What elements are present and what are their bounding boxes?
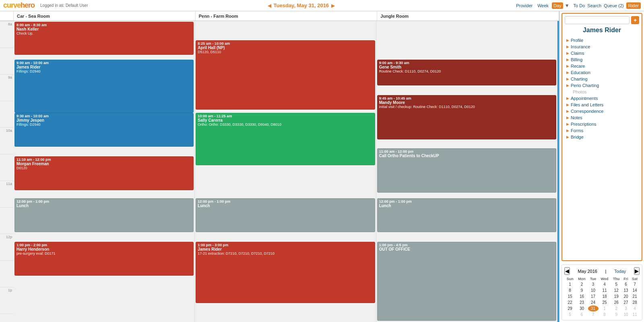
cal-day-cell[interactable]: 17 [588, 293, 599, 299]
appointment-april-hall[interactable]: 8:25 am - 10:00 am April Hall (NP) D5120… [196, 40, 375, 110]
cal-day-cell[interactable]: 7 [630, 281, 640, 287]
cal-day-cell[interactable]: 15 [564, 293, 576, 299]
todo-button[interactable]: To Do [574, 3, 585, 8]
patient-menu-item-bridge[interactable]: ▶Bridge [565, 134, 639, 140]
cal-day-cell[interactable]: 29 [564, 305, 576, 312]
cal-day-cell[interactable]: 28 [630, 299, 640, 305]
appointment-gene-smith[interactable]: 9:00 am - 9:30 am Gene Smith Routine Che… [377, 60, 556, 85]
add-patient-button[interactable]: + [631, 16, 639, 24]
cal-day-cell[interactable]: 22 [564, 299, 576, 305]
appointment-harry-henderson[interactable]: 1:00 pm - 2:00 pm Harry Henderson pre-su… [14, 242, 194, 276]
patient-menu-item-education[interactable]: ▶Education [565, 69, 639, 76]
cal-day-cell[interactable]: 8 [599, 312, 611, 318]
appointment-lunch-col3[interactable]: 12:00 pm - 1:00 pm Lunch [377, 198, 556, 232]
patient-menu-item-notes[interactable]: ▶Notes [565, 114, 639, 121]
cal-day-cell[interactable]: 30 [576, 305, 588, 312]
mini-cal-next-button[interactable]: ▶ [634, 267, 640, 275]
cal-day-cell[interactable]: 14 [630, 287, 640, 293]
day-view-button[interactable]: Day [552, 2, 563, 9]
filter-button[interactable]: ▼ [565, 3, 570, 8]
cal-day-cell[interactable]: 19 [611, 293, 622, 299]
menu-arrow-icon: ▶ [566, 45, 569, 49]
patient-menu-item-billing[interactable]: ▶Billing [565, 56, 639, 63]
appointment-morgan-freeman[interactable]: 11:10 am - 12:00 pm Morgan Freeman D0120 [14, 156, 194, 190]
cal-day-cell[interactable]: 6 [622, 281, 630, 287]
appointment-lunch-col1[interactable]: 12:00 pm - 1:00 pm Lunch [14, 198, 194, 232]
appointment-lunch-col2[interactable]: 12:00 pm - 1:00 pm Lunch [196, 198, 375, 232]
week-view-button[interactable]: Week [536, 2, 550, 9]
patient-menu-item-perio-charting[interactable]: ▶Perio Charting [565, 82, 639, 89]
cal-day-cell[interactable]: 27 [622, 299, 630, 305]
cal-day-cell[interactable]: 1 [564, 281, 576, 287]
cal-day-header: Wed [599, 276, 611, 281]
patient-menu-item-appointments[interactable]: ▶Appointments [565, 95, 639, 102]
cal-day-cell[interactable]: 2 [576, 281, 588, 287]
cal-day-cell[interactable]: 13 [622, 287, 630, 293]
cal-day-cell[interactable]: 8 [564, 287, 576, 293]
next-day-button[interactable]: ▶ [331, 3, 335, 8]
cal-day-cell[interactable]: 25 [599, 299, 611, 305]
appt-details: 17-21 extraction: D7210, D7210, D7210, D… [198, 251, 373, 256]
appointment-out-of-office[interactable]: 1:00 pm - 4:5 pm OUT OF OFFICE [377, 242, 556, 321]
prev-day-button[interactable]: ◀ [268, 3, 271, 8]
search-button[interactable]: Search [587, 3, 601, 8]
appointment-call-ortho[interactable]: 11:00 am - 12:00 pm Call Ortho Patients … [377, 148, 556, 193]
appointment-james-rider-col2[interactable]: 1:00 pm - 3:00 pm James Rider 17-21 extr… [196, 242, 375, 303]
cal-day-cell[interactable]: 11 [630, 312, 640, 318]
grid-row [195, 234, 376, 243]
queue-button[interactable]: Queue (2) [604, 3, 624, 8]
patient-menu-item-files-and-letters[interactable]: ▶Files and Letters [565, 102, 639, 108]
cal-day-cell[interactable]: 24 [588, 299, 599, 305]
cal-day-cell[interactable]: 16 [576, 293, 588, 299]
appointment-mandy-moore[interactable]: 9:45 am - 10:45 am Mandy Moore initial v… [377, 95, 556, 139]
patient-menu-item-prescriptions[interactable]: ▶Prescriptions [565, 121, 639, 127]
cal-day-cell[interactable]: 3 [622, 305, 630, 312]
cal-day-cell[interactable]: 11 [599, 287, 611, 293]
logged-in-label: Logged in as: Default User [40, 3, 88, 8]
appointment-jimmy-jespen[interactable]: 9:30 am - 10:00 am Jimmy Jespen Fillings… [14, 113, 194, 147]
patient-menu-item-forms[interactable]: ▶Forms [565, 127, 639, 134]
menu-arrow-icon: ▶ [566, 64, 569, 68]
cal-day-cell[interactable]: 4 [599, 281, 611, 287]
cal-day-cell[interactable]: 26 [611, 299, 622, 305]
patient-menu-item-recare[interactable]: ▶Recare [565, 63, 639, 69]
appointment-james-rider[interactable]: 9:00 am - 10:00 am James Rider Fillings:… [14, 60, 194, 113]
cal-day-cell[interactable]: 31 [588, 305, 599, 312]
today-link[interactable]: Today [614, 269, 626, 274]
appt-patient: Call Ortho Patients to CheckUP [379, 154, 554, 158]
cal-day-cell[interactable]: 21 [630, 293, 640, 299]
cal-day-cell[interactable]: 1 [599, 305, 611, 312]
cal-day-cell[interactable]: 12 [611, 287, 622, 293]
mini-cal-prev-button[interactable]: ◀ [564, 267, 570, 275]
cal-day-cell[interactable]: 9 [611, 312, 622, 318]
cal-day-cell[interactable]: 3 [588, 281, 599, 287]
cal-day-cell[interactable]: 10 [588, 287, 599, 293]
rider-button[interactable]: Rider [626, 2, 641, 9]
column-headers: Car - Sea Room Penn - Farm Room Jungle R… [0, 11, 559, 21]
cal-day-cell[interactable]: 5 [611, 281, 622, 287]
patient-menu-item-charting[interactable]: ▶Charting [565, 76, 639, 82]
menu-arrow-icon: ▶ [566, 71, 569, 75]
patient-menu-item-insurance[interactable]: ▶Insurance [565, 44, 639, 50]
grid-row [195, 172, 376, 181]
cal-day-cell[interactable]: 5 [564, 312, 576, 318]
patient-menu-item-profile[interactable]: ▶Profile [565, 37, 639, 44]
provider-view-button[interactable]: Provider [514, 2, 534, 9]
cal-day-cell[interactable]: 9 [576, 287, 588, 293]
patient-search-input[interactable] [565, 16, 630, 24]
cal-day-cell[interactable]: 6 [576, 312, 588, 318]
cal-day-cell[interactable]: 18 [599, 293, 611, 299]
appt-patient: Morgan Freeman [17, 162, 192, 166]
appointment-nash-keller[interactable]: 8:00 am - 8:30 am Nash Keller Check Up. [14, 22, 194, 55]
cal-day-cell[interactable]: 7 [588, 312, 599, 318]
cal-day-cell[interactable]: 4 [630, 305, 640, 312]
patient-menu-item-correspondence[interactable]: ▶Correspondence [565, 108, 639, 114]
appt-patient: Sally Carerra [198, 118, 373, 123]
cal-day-cell[interactable]: 20 [622, 293, 630, 299]
cal-day-cell[interactable]: 23 [576, 299, 588, 305]
appointment-sally-carerra[interactable]: 10:00 am - 11:25 am Sally Carerra Ortho:… [196, 113, 375, 165]
patient-menu-item-claims[interactable]: ▶Claims [565, 50, 639, 56]
cal-day-cell[interactable]: 10 [622, 312, 630, 318]
cal-day-header: Mon [576, 276, 588, 281]
cal-day-cell[interactable]: 2 [611, 305, 622, 312]
